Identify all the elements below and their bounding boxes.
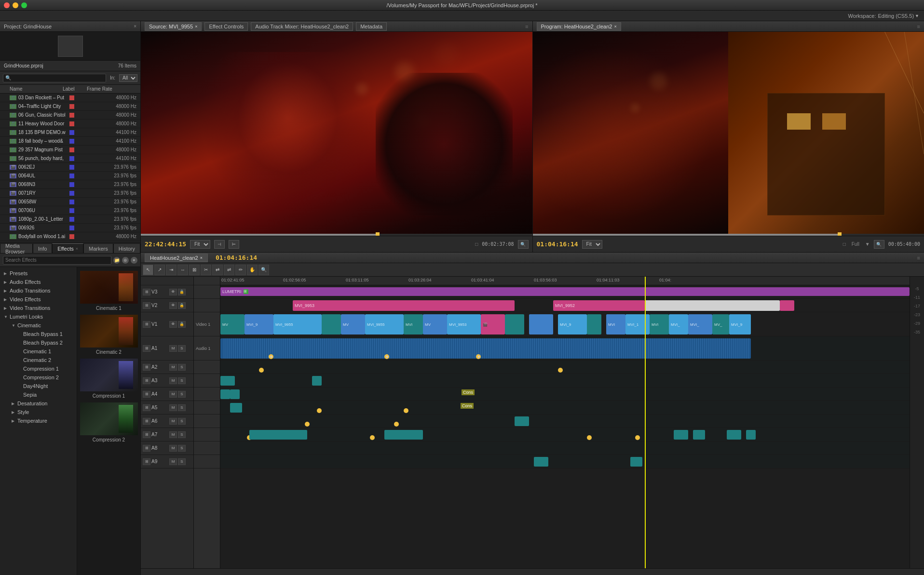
v1-clip-teal2[interactable] [505,314,524,334]
tree-item-day4night[interactable]: Day4Night [0,382,77,390]
v2-clip-mvi9952[interactable]: MVI_9952 [553,300,645,311]
tab-info[interactable]: Info [33,243,52,253]
tree-item-audio-effects[interactable]: ▶ Audio Effects [0,278,77,286]
source-fit-dropdown[interactable]: Fit [190,240,210,249]
v1-clip-mvi9[interactable]: MVI_9 [245,314,273,334]
track-a4-toggle[interactable]: ⊞ [143,391,150,398]
v1-clip-teal3[interactable] [587,314,601,334]
list-item[interactable]: 🎬 006926 23.976 fps [0,224,140,232]
track-v2-lock[interactable]: 🔒 [178,302,186,309]
tool-track-select[interactable]: ↗ [154,265,165,275]
source-mark-in[interactable]: ⊣ [214,240,225,249]
track-v1-lock[interactable]: 🔒 [178,321,186,328]
list-item[interactable]: 🎬 0071RY 23.976 fps [0,189,140,198]
tree-item-cinematic-2[interactable]: Cinematic 2 [0,356,77,364]
track-a7-s[interactable]: S [178,431,186,438]
a9-clip2[interactable] [630,457,642,467]
close-button[interactable] [4,2,10,8]
program-fit-dropdown[interactable]: Fit [582,240,602,249]
track-v1-toggle[interactable]: ⊞ [143,321,150,328]
program-scrubber-handle[interactable] [838,232,842,236]
new-effects-folder-button[interactable]: 📁 [113,257,120,264]
sequence-close[interactable]: × [200,255,203,260]
v1-clip-mvi9955[interactable]: MVI_9955 [273,314,322,334]
tool-ripple[interactable]: ⇥ [166,265,177,275]
tab-history[interactable]: History [113,243,140,253]
tree-item-style[interactable]: ▶ Style [0,408,77,416]
a3-clip1[interactable] [220,376,235,386]
track-v3-eye[interactable]: 👁 [169,289,177,295]
list-item[interactable]: 🎵 Bodyfall on Wood 1.ai 48000 Hz [0,232,140,241]
tool-rate-stretch[interactable]: ⊠ [189,265,200,275]
minimize-button[interactable] [13,2,18,8]
track-v3-toggle[interactable]: ⊞ [143,289,150,295]
tool-slip[interactable]: ⇄ [212,265,223,275]
tree-item-sepia[interactable]: Sepia [0,390,77,399]
a3-clip2[interactable] [312,376,322,386]
v1-clip-teal4[interactable]: MVI [650,314,669,334]
track-a8-m[interactable]: M [169,445,177,452]
track-a6-m[interactable]: M [169,418,177,425]
a7-clip6[interactable] [746,430,756,440]
tool-selection[interactable]: ↖ [143,265,153,275]
program-tab-close[interactable]: × [614,24,616,29]
v1-clip-lb4[interactable]: MVI_ [669,314,688,334]
tool-slide[interactable]: ⇌ [224,265,234,275]
effect-controls-tab[interactable]: Effect Controls [204,22,248,31]
tool-zoom[interactable]: 🔍 [258,265,269,275]
track-a7-m[interactable]: M [169,431,177,438]
program-timecode[interactable]: 01:04:16:14 [537,241,578,248]
v1-clip-small1[interactable] [322,314,341,334]
v1-clip-teal5[interactable]: MV_ [712,314,729,334]
v1-clip-blue3[interactable]: MVI [606,314,625,334]
v1-clip-mv3[interactable]: MV [423,314,447,334]
track-a4-s[interactable]: S [178,391,186,398]
tool-razor[interactable]: ✂ [201,265,211,275]
project-search-input[interactable] [3,74,106,82]
track-a3-toggle[interactable]: ⊞ [143,377,150,384]
lumetri-clip[interactable]: LUMETRI ⊞ [220,287,910,296]
v1-clip-lb2[interactable]: MVI_9 [558,314,587,334]
tree-item-compression-2[interactable]: Compression 2 [0,373,77,382]
track-a4-m[interactable]: M [169,391,177,398]
tree-item-audio-transitions[interactable]: ▶ Audio Transitions [0,286,77,295]
a7-clip2[interactable] [384,430,423,440]
list-item[interactable]: 🎵 03 Dan Rockett – Put 48000 Hz [0,94,140,102]
v1-clip-mv2[interactable]: MVI [404,314,423,334]
track-a2-m[interactable]: M [169,364,177,371]
v1-clip-mvi9953b[interactable]: MVI_9953 [447,314,481,334]
list-item[interactable]: 🎬 0068N3 23.976 fps [0,180,140,189]
source-tab-close[interactable]: × [195,24,197,29]
tool-hand[interactable]: ✋ [247,265,258,275]
tab-media-browser[interactable]: Media Browser [0,243,33,253]
tree-item-cinematic[interactable]: ▼ Cinematic [0,321,77,330]
a7-clip5[interactable] [727,430,741,440]
timeline-panel-menu[interactable]: ≡ [917,255,920,261]
thumbnail-compression-1[interactable]: Compression 1 [81,359,136,399]
list-item[interactable]: 🎵 18 fall body – wood& 44100 Hz [0,137,140,146]
program-tab[interactable]: Program: HeatHouse2_clean2 × [537,22,621,31]
tool-pen[interactable]: ✏ [235,265,246,275]
program-panel-menu[interactable]: ≡ [917,24,920,29]
track-a5-toggle[interactable]: ⊞ [143,404,150,411]
maximize-button[interactable] [21,2,27,8]
a6-clip1[interactable] [515,416,529,426]
list-item[interactable]: 🎵 06 Gun, Classic Pistol 48000 Hz [0,111,140,120]
source-tab[interactable]: Source: MVI_9955 × [145,22,202,31]
a7-clip1[interactable] [249,430,307,440]
tree-item-presets[interactable]: ▶ Presets [0,269,77,278]
tree-item-lumetri-looks[interactable]: ▼ Lumetri Looks [0,312,77,321]
track-a8-s[interactable]: S [178,445,186,452]
v1-clip-lb5[interactable]: MVI_9 [729,314,751,334]
a9-clip1[interactable] [534,457,548,467]
list-item[interactable]: 🎬 00706U 23.976 fps [0,206,140,215]
list-item[interactable]: 🎬 1080p_2.00-1_Letter 23.976 fps [0,215,140,224]
a4-clip1[interactable] [220,389,230,399]
track-a9-toggle[interactable]: ⊞ [143,458,150,465]
tree-item-bleach-bypass-2[interactable]: Bleach Bypass 2 [0,338,77,347]
list-item[interactable]: 🎬 0064UL 23.976 fps [0,172,140,180]
source-mark-out[interactable]: ⊢ [229,240,239,249]
a1-audio-clip[interactable] [220,338,751,359]
thumbnail-compression-2[interactable]: Compression 2 [81,402,136,442]
audio-track-mixer-tab[interactable]: Audio Track Mixer: HeatHouse2_clean2 [251,22,353,31]
